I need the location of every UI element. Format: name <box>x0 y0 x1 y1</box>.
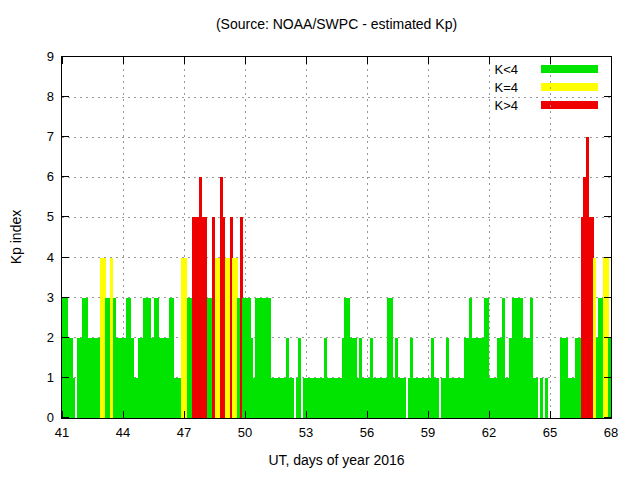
y-tick <box>604 136 611 137</box>
y-gridline <box>62 97 611 98</box>
y-tick-label: 0 <box>18 410 54 426</box>
legend: K<4 K=4 K>4 <box>495 60 599 114</box>
y-tick <box>604 337 611 338</box>
y-tick-label: 7 <box>18 129 54 145</box>
y-tick-label: 3 <box>18 290 54 306</box>
x-tick-label: 68 <box>591 425 631 441</box>
x-tick-label: 62 <box>469 425 509 441</box>
y-axis-label: Kp index <box>8 57 26 418</box>
y-tick-label: 9 <box>18 49 54 65</box>
kp-bar <box>545 378 548 418</box>
y-tick-label: 2 <box>18 330 54 346</box>
y-tick <box>604 297 611 298</box>
y-tick <box>62 96 69 97</box>
x-tick <box>550 411 551 418</box>
x-tick <box>306 57 307 64</box>
legend-label-k-lt-4: K<4 <box>495 62 519 77</box>
y-tick-label: 1 <box>18 370 54 386</box>
plot-area: K<4 K=4 K>4 <box>61 56 612 419</box>
x-tick <box>306 411 307 418</box>
x-tick <box>611 411 612 418</box>
x-tick <box>611 57 612 64</box>
y-tick <box>604 257 611 258</box>
x-tick <box>245 57 246 64</box>
x-tick <box>62 57 63 64</box>
y-gridline <box>62 217 611 218</box>
kp-bar <box>436 378 439 418</box>
legend-label-k-eq-4: K=4 <box>495 80 519 95</box>
x-tick-label: 56 <box>347 425 387 441</box>
y-tick <box>62 297 69 298</box>
x-gridline <box>428 57 429 418</box>
x-tick-label: 41 <box>42 425 82 441</box>
kp-bar <box>403 378 406 418</box>
y-tick <box>62 136 69 137</box>
y-tick <box>604 417 611 418</box>
x-tick-label: 59 <box>408 425 448 441</box>
legend-label-k-gt-4: K>4 <box>495 98 519 113</box>
y-tick <box>62 216 69 217</box>
x-tick <box>245 411 246 418</box>
x-tick-label: 47 <box>164 425 204 441</box>
y-tick <box>604 96 611 97</box>
x-tick <box>62 411 63 418</box>
x-tick-label: 53 <box>286 425 326 441</box>
x-tick <box>367 411 368 418</box>
y-tick-label: 4 <box>18 250 54 266</box>
kp-bar <box>291 378 294 418</box>
y-tick <box>62 377 69 378</box>
y-tick <box>62 417 69 418</box>
legend-row-k-gt-4: K>4 <box>495 96 599 114</box>
x-tick <box>428 57 429 64</box>
y-tick-label: 6 <box>18 169 54 185</box>
x-gridline <box>550 57 551 418</box>
x-tick <box>489 57 490 64</box>
kp-bar <box>540 378 543 418</box>
y-tick <box>604 176 611 177</box>
x-tick <box>123 411 124 418</box>
x-tick-label: 65 <box>530 425 570 441</box>
y-tick <box>62 56 69 57</box>
y-tick <box>604 216 611 217</box>
x-tick <box>489 411 490 418</box>
y-tick <box>62 337 69 338</box>
y-gridline <box>62 257 611 258</box>
x-tick <box>367 57 368 64</box>
y-tick <box>62 176 69 177</box>
x-gridline <box>367 57 368 418</box>
y-gridline <box>62 137 611 138</box>
x-tick <box>184 411 185 418</box>
legend-row-k-lt-4: K<4 <box>495 60 599 78</box>
y-tick <box>62 257 69 258</box>
kp-index-chart: (Source: NOAA/SWPC - estimated Kp) Kp in… <box>0 0 640 480</box>
x-tick-label: 44 <box>103 425 143 441</box>
x-tick <box>184 57 185 64</box>
x-axis-label: UT, days of year 2016 <box>61 452 612 468</box>
kp-bar <box>535 378 538 418</box>
y-tick-label: 8 <box>18 89 54 105</box>
x-gridline <box>306 57 307 418</box>
y-tick-label: 5 <box>18 209 54 225</box>
kp-bar <box>72 378 75 418</box>
x-tick-label: 50 <box>225 425 265 441</box>
x-tick <box>550 57 551 64</box>
x-tick <box>123 57 124 64</box>
chart-title: (Source: NOAA/SWPC - estimated Kp) <box>61 16 612 32</box>
y-gridline <box>62 177 611 178</box>
kp-bar <box>298 338 301 418</box>
y-tick <box>604 56 611 57</box>
legend-row-k-eq-4: K=4 <box>495 78 599 96</box>
y-tick <box>604 377 611 378</box>
x-tick <box>428 411 429 418</box>
